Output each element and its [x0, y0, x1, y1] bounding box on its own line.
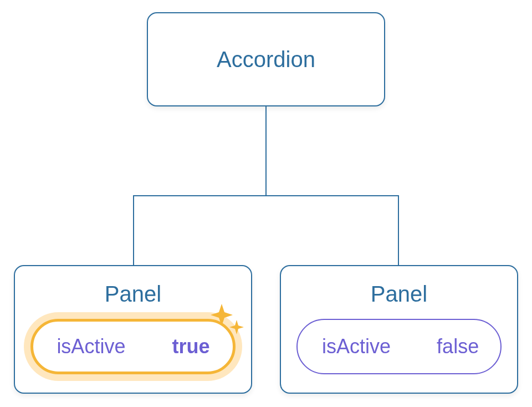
state-value: false	[415, 320, 500, 373]
state-key: isActive	[33, 322, 149, 372]
connector-line	[133, 195, 399, 196]
state-pill-idle: isActive false	[296, 319, 502, 374]
component-tree-diagram: Accordion Panel isActive true Panel isAc…	[0, 0, 532, 407]
node-panel-label: Panel	[371, 282, 427, 307]
node-panel-right: Panel isActive false	[280, 265, 518, 394]
connector-line	[398, 195, 399, 265]
state-key: isActive	[298, 320, 415, 373]
connector-line	[265, 106, 267, 195]
connector-line	[133, 195, 134, 265]
node-panel-label: Panel	[105, 282, 161, 307]
sparkle-icon	[208, 301, 247, 340]
node-panel-left: Panel isActive true	[14, 265, 252, 394]
node-root-label: Accordion	[217, 47, 315, 72]
node-root: Accordion	[147, 12, 385, 106]
state-pill-active: isActive true	[30, 319, 236, 374]
